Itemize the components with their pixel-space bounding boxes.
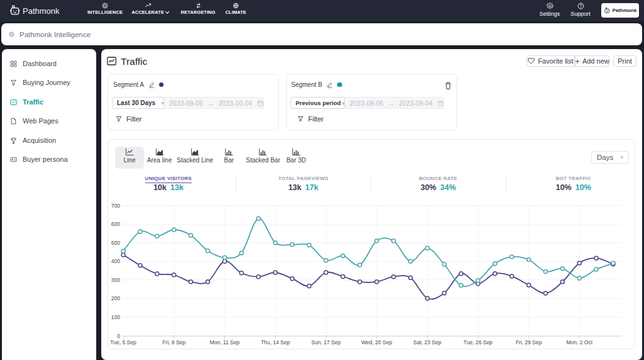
svg-text:0: 0 [117,333,120,339]
svg-text:Tue, 5 Sep: Tue, 5 Sep [110,339,136,346]
svg-text:Thu, 14 Sep: Thu, 14 Sep [261,339,291,346]
svg-text:Fri, 8 Sep: Fri, 8 Sep [162,339,186,346]
svg-text:Mon, 11 Sep: Mon, 11 Sep [209,339,240,346]
svg-text:Wed, 20 Sep: Wed, 20 Sep [361,339,392,346]
svg-text:Sun, 17 Sep: Sun, 17 Sep [311,339,341,346]
svg-text:500: 500 [111,240,120,246]
svg-text:200: 200 [111,295,120,301]
svg-text:Fri, 29 Sep: Fri, 29 Sep [516,339,542,346]
svg-text:Mon, 2 Oct: Mon, 2 Oct [567,339,593,346]
svg-text:400: 400 [111,258,120,264]
svg-text:Tue, 26 Sep: Tue, 26 Sep [464,339,492,346]
svg-text:700: 700 [111,203,120,209]
svg-text:100: 100 [111,314,120,320]
svg-text:300: 300 [111,277,120,283]
svg-text:Sat, 23 Sep: Sat, 23 Sep [413,339,441,346]
svg-text:600: 600 [111,221,120,227]
